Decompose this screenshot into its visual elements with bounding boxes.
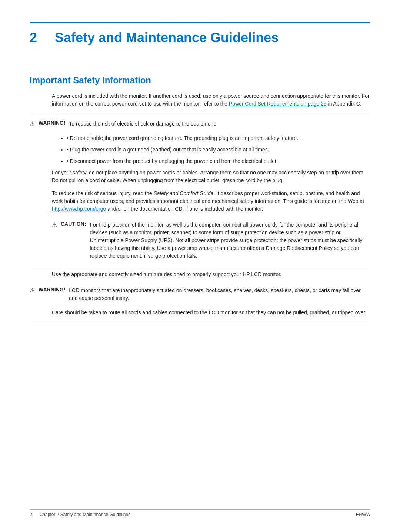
- bullet-list: Do not disable the power cord grounding …: [67, 134, 370, 165]
- caution-icon: ⚠: [52, 221, 57, 228]
- body-paragraph-3: Use the appropriate and correctly sized …: [52, 271, 370, 278]
- footer-chapter-label: Chapter 2 Safety and Maintenance Guideli…: [40, 512, 131, 517]
- warning-text-1: To reduce the risk of electric shock or …: [69, 120, 216, 128]
- power-cord-link[interactable]: Power Cord Set Requirements on page 25: [229, 101, 327, 107]
- body-paragraph-4: Care should be taken to route all cords …: [52, 309, 370, 317]
- divider-2: [30, 267, 370, 267]
- divider-1: [30, 113, 370, 113]
- chapter-title-text: Safety and Maintenance Guidelines: [55, 30, 279, 46]
- content-area: Important Safety Information A power cor…: [30, 75, 370, 322]
- warning-block-2: ⚠ WARNING! LCD monitors that are inappro…: [30, 284, 370, 305]
- bullet-item-3: Disconnect power from the product by unp…: [67, 157, 370, 165]
- bullet-item-2: Plug the power cord in a grounded (earth…: [67, 146, 370, 154]
- warning-label-1: WARNING!: [39, 120, 65, 126]
- caution-label: CAUTION:: [61, 221, 86, 227]
- warning-text-2: LCD monitors that are inappropriately si…: [69, 287, 370, 302]
- footer-left: 2 Chapter 2 Safety and Maintenance Guide…: [30, 512, 130, 517]
- section-title: Important Safety Information: [30, 75, 370, 86]
- hp-ergo-link[interactable]: http://www.hp.com/ergo: [52, 206, 106, 212]
- chapter-number: 2: [30, 30, 44, 46]
- bullet-item-1: Do not disable the power cord grounding …: [67, 134, 370, 142]
- body-paragraph-2: To reduce the risk of serious injury, re…: [52, 190, 370, 213]
- warning-icon-1: ⚠: [30, 120, 35, 127]
- footer-page-number: 2: [30, 512, 32, 517]
- warning-label-2: WARNING!: [39, 287, 65, 292]
- body-paragraph-1: For your safety, do not place anything o…: [52, 169, 370, 184]
- warning-icon-2: ⚠: [30, 287, 35, 294]
- chapter-header: 2 Safety and Maintenance Guidelines: [30, 22, 370, 46]
- footer-locale: ENWW: [356, 512, 370, 517]
- page-container: 2 Safety and Maintenance Guidelines Impo…: [0, 0, 400, 355]
- warning-block-1: ⚠ WARNING! To reduce the risk of electri…: [30, 117, 370, 131]
- caution-block: ⚠ CAUTION: For the protection of the mon…: [52, 218, 370, 263]
- intro-paragraph: A power cord is included with the monito…: [52, 92, 370, 108]
- chapter-title: 2 Safety and Maintenance Guidelines: [30, 30, 370, 46]
- caution-text: For the protection of the monitor, as we…: [90, 221, 370, 260]
- divider-3: [30, 322, 370, 322]
- page-footer: 2 Chapter 2 Safety and Maintenance Guide…: [30, 509, 370, 517]
